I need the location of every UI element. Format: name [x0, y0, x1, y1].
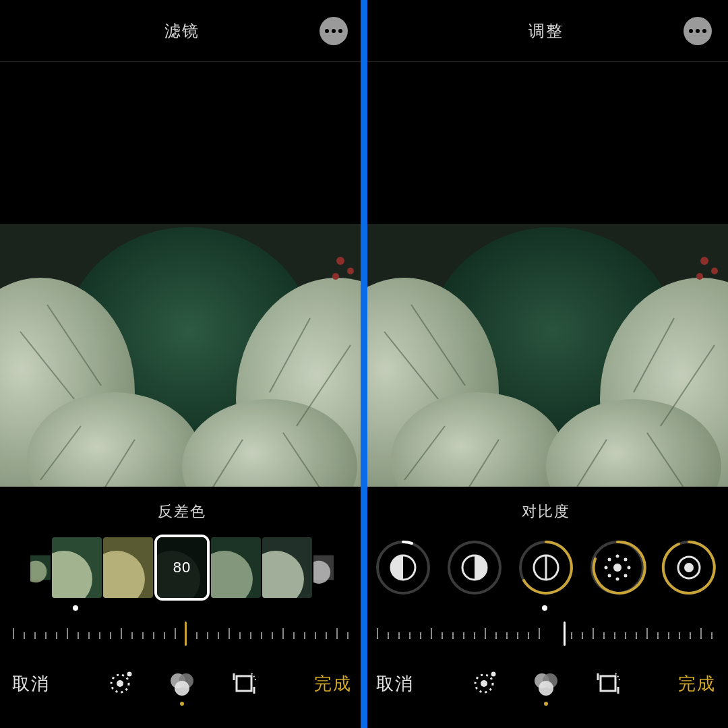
adjust-dial-contrast[interactable]	[517, 539, 575, 597]
filter-thumb[interactable]	[211, 537, 261, 598]
header-title: 调整	[528, 20, 564, 42]
adjust-dial-brightness[interactable]	[588, 539, 646, 597]
comparison-divider	[361, 0, 367, 728]
crop-mode-icon[interactable]	[229, 668, 260, 699]
filter-thumb[interactable]	[313, 537, 334, 598]
adjust-mode-icon[interactable]	[468, 668, 499, 699]
svg-point-85	[608, 574, 611, 578]
footer: 取消 完成	[364, 651, 728, 716]
adjust-dial-strip[interactable]	[364, 534, 728, 601]
filter-intensity-value: 80	[157, 537, 207, 598]
svg-point-125	[539, 681, 553, 696]
svg-point-6	[336, 257, 344, 265]
svg-point-83	[608, 558, 611, 562]
filter-thumb[interactable]	[262, 537, 312, 598]
filter-thumbnail-strip[interactable]: 80	[0, 534, 364, 601]
svg-point-69	[696, 273, 703, 280]
svg-point-89	[684, 563, 694, 572]
svg-point-84	[624, 558, 628, 562]
cancel-button[interactable]: 取消	[12, 672, 50, 696]
svg-rect-60	[237, 676, 251, 691]
svg-point-79	[616, 555, 619, 558]
adjust-position-indicator-row	[364, 601, 728, 616]
intensity-slider[interactable]	[0, 619, 364, 651]
crop-mode-icon[interactable]	[593, 668, 624, 699]
svg-point-82	[628, 566, 631, 570]
svg-point-78	[613, 564, 621, 572]
adjust-dial-exposure[interactable]	[374, 539, 432, 597]
filters-mode-icon[interactable]	[166, 668, 198, 699]
filter-thumb[interactable]	[103, 537, 153, 598]
pane-adjust: 调整	[364, 0, 728, 728]
filter-position-indicator-row	[0, 601, 364, 616]
footer: 取消 完成	[0, 651, 364, 716]
svg-point-86	[624, 574, 628, 578]
done-button[interactable]: 完成	[678, 672, 716, 696]
position-dot	[542, 605, 547, 611]
svg-point-121	[481, 680, 487, 687]
ruler-ticks	[0, 619, 364, 651]
svg-point-56	[127, 672, 132, 677]
header: 滤镜	[0, 0, 364, 62]
pane-filters: 滤镜	[0, 0, 364, 728]
filter-controls: 反差色 80	[0, 487, 364, 728]
slider-indicator[interactable]	[564, 621, 566, 646]
svg-point-8	[332, 273, 339, 280]
svg-point-68	[711, 268, 718, 274]
adjust-controls: 对比度	[364, 487, 728, 728]
header-title: 滤镜	[164, 20, 200, 42]
filter-thumb[interactable]	[30, 537, 51, 598]
svg-point-55	[117, 680, 123, 687]
preview-photo	[0, 224, 364, 487]
svg-point-80	[616, 578, 619, 581]
ruler-ticks	[364, 619, 728, 651]
svg-point-67	[700, 257, 708, 265]
svg-point-59	[175, 681, 189, 696]
mode-switcher	[104, 668, 260, 699]
image-preview[interactable]	[0, 62, 364, 487]
preview-photo	[364, 224, 728, 487]
svg-point-81	[605, 566, 608, 570]
more-button[interactable]	[320, 17, 348, 45]
value-slider[interactable]	[364, 619, 728, 651]
adjust-dial-black-point[interactable]	[660, 539, 718, 597]
slider-indicator[interactable]	[185, 621, 187, 646]
svg-point-122	[491, 672, 496, 677]
cancel-button[interactable]: 取消	[376, 672, 414, 696]
filter-thumb[interactable]	[52, 537, 102, 598]
current-filter-label: 反差色	[0, 487, 364, 534]
image-preview[interactable]	[364, 62, 728, 487]
mode-switcher	[468, 668, 624, 699]
adjust-mode-icon[interactable]	[104, 668, 135, 699]
svg-rect-126	[601, 676, 615, 691]
adjust-dial-highlights[interactable]	[446, 539, 504, 597]
position-dot	[73, 605, 78, 611]
done-button[interactable]: 完成	[314, 672, 352, 696]
filters-mode-icon[interactable]	[530, 668, 562, 699]
more-button[interactable]	[684, 17, 712, 45]
header: 调整	[364, 0, 728, 62]
current-adjust-label: 对比度	[364, 487, 728, 534]
svg-point-7	[347, 268, 354, 274]
filter-thumb-selected[interactable]: 80	[154, 535, 210, 601]
